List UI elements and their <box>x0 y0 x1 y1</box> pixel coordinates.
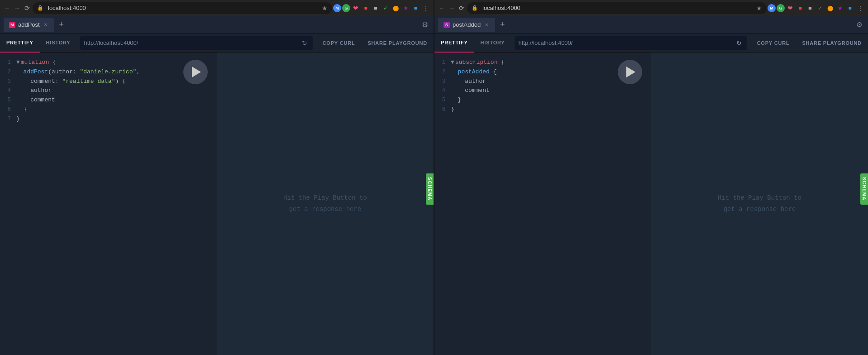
copy-curl-button-1[interactable]: COPY CURL <box>316 34 362 53</box>
tab-bar-2: S postAdded × + ⚙ <box>434 16 868 34</box>
more-options-button-2[interactable]: ⋮ <box>855 5 865 12</box>
tab-addpost[interactable]: M addPost × <box>4 18 54 32</box>
code-line-2-5: 5 } <box>434 96 651 105</box>
line-content-1-7: } <box>16 115 217 124</box>
line-num-2-6: 6 <box>434 106 451 114</box>
code-editor-2[interactable]: 1 ▼subscription { 2 postAdded { <box>434 53 651 120</box>
prettify-button-1[interactable]: PRETTIFY <box>0 34 40 53</box>
ext-icon-4: ■ <box>361 4 370 13</box>
browser-chrome-1: ← → ⟳ 🔒 ★ M G ❤ ■ ■ ✓ ⬤ ★ ■ ⋮ <box>0 0 434 16</box>
response-placeholder-1: Hit the Play Button toget a response her… <box>283 192 367 215</box>
response-placeholder-2: Hit the Play Button toget a response her… <box>718 192 801 215</box>
response-panel-2: Hit the Play Button toget a response her… <box>651 53 868 355</box>
address-bar-input-1[interactable] <box>48 5 319 11</box>
ext-icon-2-7: ⬤ <box>825 4 835 13</box>
line-num-2-5: 5 <box>434 96 451 105</box>
ext-icon-3: ❤ <box>351 4 360 13</box>
history-button-2[interactable]: HISTORY <box>474 34 511 53</box>
ext-icon-2-4: ■ <box>796 4 805 13</box>
tab-icon-subscription: S <box>444 22 450 28</box>
settings-button-2[interactable]: ⚙ <box>854 19 864 31</box>
line-num-1-5: 5 <box>0 96 16 105</box>
ext-icon-2-1: M <box>768 4 776 12</box>
bookmark-button-1[interactable]: ★ <box>322 5 328 12</box>
url-wrap-2: ↻ <box>515 36 747 50</box>
ext-icon-2-3: ❤ <box>786 4 795 13</box>
reload-button-2[interactable]: ⟳ <box>457 4 466 13</box>
settings-button-1[interactable]: ⚙ <box>420 19 430 31</box>
url-wrap-1: ↻ <box>80 36 312 50</box>
tab-close-addpost[interactable]: × <box>43 22 49 28</box>
refresh-icon-2[interactable]: ↻ <box>734 39 744 47</box>
share-playground-button-2[interactable]: SHARE PLAYGROUND <box>796 34 868 53</box>
play-button-2[interactable] <box>618 60 642 84</box>
line-content-1-5: comment <box>16 96 217 105</box>
toolbar-1: PRETTIFY HISTORY ↻ COPY CURL SHARE PLAYG… <box>0 34 434 53</box>
tab-add-button-2[interactable]: + <box>497 19 508 30</box>
ext-icon-2-5: ■ <box>806 4 815 13</box>
refresh-icon-1[interactable]: ↻ <box>300 39 309 47</box>
code-line-1-3: 3 comment: "realtime data") { <box>0 77 217 86</box>
forward-button-1[interactable]: → <box>13 4 22 13</box>
more-options-button-1[interactable]: ⋮ <box>421 5 431 12</box>
line-num-1-6: 6 <box>0 106 16 114</box>
forward-button-2[interactable]: → <box>447 4 456 13</box>
tab-bar-1: M addPost × + ⚙ <box>0 16 434 34</box>
back-button-2[interactable]: ← <box>437 4 446 13</box>
ext-icon-2-8: ★ <box>835 4 844 13</box>
address-bar-input-2[interactable] <box>482 5 754 11</box>
history-button-1[interactable]: HISTORY <box>40 34 77 53</box>
browser-window-2: ← → ⟳ 🔒 ★ M G ❤ ■ ■ ✓ ⬤ ★ ■ ⋮ <box>434 0 868 355</box>
editor-area-2: 1 ▼subscription { 2 postAdded { <box>434 53 868 355</box>
tab-label-postadded: postAdded <box>453 21 481 28</box>
lock-icon-2: 🔒 <box>472 5 478 11</box>
ext-icon-1: M <box>333 4 341 12</box>
response-panel-1: Hit the Play Button toget a response her… <box>217 53 434 355</box>
share-playground-button-1[interactable]: SHARE PLAYGROUND <box>361 34 434 53</box>
schema-tab-1[interactable]: SCHEMA <box>426 173 434 204</box>
line-num-1-1: 1 <box>0 58 16 67</box>
line-content-1-6: } <box>16 105 217 115</box>
ext-icon-7: ⬤ <box>391 4 400 13</box>
editor-area-1: 1 ▼mutation { 2 addPost(author: "daniele… <box>0 53 434 355</box>
tab-close-postadded[interactable]: × <box>483 22 490 28</box>
browser-window-1: ← → ⟳ 🔒 ★ M G ❤ ■ ■ ✓ ⬤ ★ ■ ⋮ <box>0 0 434 355</box>
line-content-1-4: author <box>16 86 217 96</box>
line-num-1-4: 4 <box>0 86 16 95</box>
line-content-2-6: } <box>451 105 651 115</box>
browser-chrome-2: ← → ⟳ 🔒 ★ M G ❤ ■ ■ ✓ ⬤ ★ ■ ⋮ <box>434 0 868 16</box>
ext-icon-2: G <box>342 4 350 12</box>
code-line-1-4: 4 author <box>0 86 217 96</box>
line-num-2-3: 3 <box>434 77 451 86</box>
tab-icon-mutation: M <box>9 22 15 28</box>
tab-add-button-1[interactable]: + <box>56 19 67 30</box>
browser-toolbar-icons-2: M G ❤ ■ ■ ✓ ⬤ ★ ■ ⋮ <box>768 4 865 13</box>
editor-panel-2: 1 ▼subscription { 2 postAdded { <box>434 53 651 355</box>
back-button-1[interactable]: ← <box>3 4 12 13</box>
line-content-2-4: comment <box>451 86 651 96</box>
tab-label-addpost: addPost <box>18 21 40 28</box>
schema-tab-2[interactable]: SCHEMA <box>860 173 868 204</box>
code-line-1-5: 5 comment <box>0 96 217 105</box>
code-line-2-6: 6 } <box>434 105 651 115</box>
play-button-1[interactable] <box>183 60 208 84</box>
editor-panel-1: 1 ▼mutation { 2 addPost(author: "daniele… <box>0 53 217 355</box>
bookmark-button-2[interactable]: ★ <box>756 5 762 12</box>
ext-icon-2-2: G <box>777 4 785 12</box>
reload-button-1[interactable]: ⟳ <box>23 4 32 13</box>
line-num-1-7: 7 <box>0 115 16 124</box>
line-num-2-2: 2 <box>434 68 451 77</box>
line-num-1-2: 2 <box>0 68 16 77</box>
prettify-button-2[interactable]: PRETTIFY <box>434 34 474 53</box>
copy-curl-button-2[interactable]: COPY CURL <box>751 34 796 53</box>
line-num-2-4: 4 <box>434 86 451 95</box>
code-editor-1[interactable]: 1 ▼mutation { 2 addPost(author: "daniele… <box>0 53 217 130</box>
endpoint-url-input-1[interactable] <box>84 39 300 46</box>
code-line-2-3: 3 author <box>434 77 651 86</box>
ext-icon-6: ✓ <box>381 4 390 13</box>
ext-icon-2-9: ■ <box>845 4 854 13</box>
address-bar-wrap-2: 🔒 ★ <box>467 2 767 14</box>
code-line-1-7: 7 } <box>0 115 217 124</box>
tab-postadded[interactable]: S postAdded × <box>438 18 495 32</box>
endpoint-url-input-2[interactable] <box>518 39 734 46</box>
